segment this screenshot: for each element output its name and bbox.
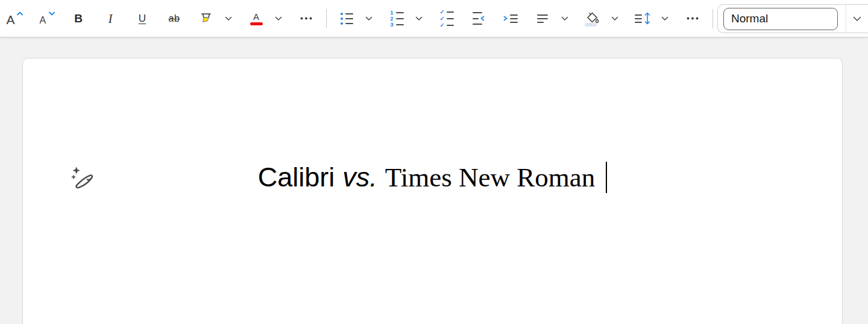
numbered-list-dropdown-button[interactable] — [411, 7, 427, 31]
bullet-list-icon — [341, 13, 353, 25]
word-editor-app: A A B I U ab — [0, 0, 868, 324]
toolbar-divider — [712, 9, 713, 28]
shading-button[interactable] — [580, 7, 605, 31]
title-word-times-new-roman: Times New Roman — [385, 162, 595, 193]
grow-font-button[interactable]: A — [2, 7, 27, 31]
align-button[interactable] — [530, 7, 555, 31]
document-page[interactable]: Calibri vs. Times New Roman — [22, 58, 843, 324]
grow-font-caret-icon — [17, 11, 23, 16]
bold-button[interactable]: B — [66, 7, 90, 31]
shading-icon — [585, 11, 600, 27]
style-selector-dropdown-button[interactable] — [846, 5, 868, 33]
strikethrough-icon: ab — [169, 14, 180, 24]
bold-icon: B — [74, 13, 83, 24]
align-dropdown-button[interactable] — [557, 7, 573, 31]
chevron-down-icon — [561, 16, 568, 21]
line-spacing-button[interactable] — [631, 7, 655, 31]
numbered-list-icon: 1 2 3 — [390, 10, 404, 27]
document-title: Calibri vs. Times New Roman — [23, 160, 842, 195]
chevron-down-icon — [415, 16, 423, 21]
font-color-dropdown-button[interactable] — [271, 7, 286, 31]
arrow-left-icon — [480, 16, 485, 21]
italic-button[interactable]: I — [98, 7, 122, 31]
font-color-swatch — [250, 22, 263, 25]
style-selector-value: Normal — [731, 12, 768, 25]
highlighter-button[interactable] — [194, 7, 218, 31]
indent-icon — [503, 14, 518, 23]
numbered-list-button[interactable]: 1 2 3 — [385, 7, 409, 31]
more-options-icon — [300, 17, 312, 20]
style-selector: Normal — [717, 4, 868, 33]
italic-icon: I — [108, 13, 113, 25]
font-color-button[interactable]: A — [244, 7, 268, 31]
checklist-button[interactable]: ✓ ✓ ✓ — [435, 7, 459, 31]
chevron-down-icon — [365, 16, 373, 21]
title-word-calibri: Calibri — [258, 162, 335, 193]
highlighter-dropdown-button[interactable] — [221, 7, 236, 31]
chevron-down-icon — [275, 16, 282, 21]
chevron-down-icon — [611, 16, 618, 21]
toolbar-divider — [326, 9, 327, 28]
more-paragraph-options-button[interactable] — [681, 7, 705, 31]
text-cursor — [606, 162, 607, 193]
line-spacing-dropdown-button[interactable] — [657, 7, 673, 31]
bullet-list-button[interactable] — [335, 7, 359, 31]
shrink-font-button[interactable]: A — [34, 7, 58, 31]
font-color-icon: A — [250, 12, 263, 25]
style-selector-value-box[interactable]: Normal — [723, 8, 838, 30]
outdent-icon — [473, 12, 485, 25]
more-font-options-button[interactable] — [294, 7, 318, 31]
title-word-vs: vs. — [342, 162, 377, 193]
grow-font-icon: A — [7, 10, 23, 27]
chevron-down-icon — [853, 16, 861, 22]
shrink-font-caret-icon — [49, 11, 55, 16]
more-options-icon — [687, 17, 699, 20]
document-canvas: Calibri vs. Times New Roman — [0, 37, 868, 324]
arrow-right-icon — [503, 16, 508, 21]
chevron-down-icon — [661, 16, 668, 21]
checklist-icon: ✓ ✓ ✓ — [439, 10, 454, 28]
paint-bucket-icon — [585, 11, 600, 27]
align-icon — [537, 14, 548, 23]
underline-icon: U — [139, 13, 146, 24]
outdent-button[interactable] — [467, 7, 491, 31]
formatting-toolbar: A A B I U ab — [0, 0, 868, 37]
shrink-font-icon: A — [39, 10, 55, 27]
strikethrough-button[interactable]: ab — [162, 7, 186, 31]
underline-button[interactable]: U — [130, 7, 154, 31]
bullet-list-dropdown-button[interactable] — [361, 7, 377, 31]
chevron-down-icon — [225, 16, 232, 21]
indent-button[interactable] — [498, 7, 523, 31]
up-down-arrows-icon — [644, 11, 650, 25]
shading-dropdown-button[interactable] — [607, 7, 623, 31]
highlighter-icon — [198, 11, 214, 27]
line-spacing-icon — [635, 11, 650, 25]
